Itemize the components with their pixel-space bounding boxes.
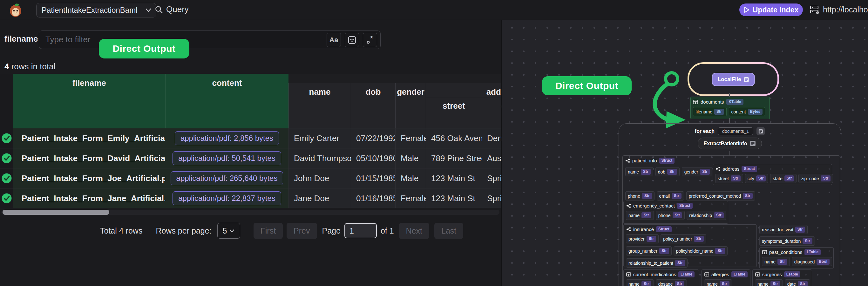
table-icon [693, 99, 698, 104]
address-group: address Struct streetStrcityStrstateStrz… [713, 164, 832, 185]
schema-field-chip[interactable]: diagnosedBool [792, 257, 832, 266]
content-type-chip: application/pdf: 22,837 bytes [173, 191, 281, 205]
page-number-input[interactable] [344, 223, 377, 239]
topbar: PatientIntakeExtractionBaml Query Update… [0, 0, 868, 20]
rows-per-page-select[interactable]: 5 [217, 223, 240, 239]
next-page-button[interactable]: Next [399, 223, 429, 239]
gender-cell: Female [395, 128, 426, 148]
schema-field-chip[interactable]: nameStr [762, 257, 790, 266]
horizontal-scrollbar-thumb[interactable] [3, 210, 109, 215]
schema-field-chip[interactable]: nameStr [626, 279, 654, 286]
pipeline-canvas[interactable]: Direct Output LocalFile documents KTabl [502, 20, 868, 286]
check-icon [1, 173, 12, 184]
first-page-button[interactable]: First [253, 223, 283, 239]
local-file-node[interactable]: LocalFile [712, 73, 755, 86]
schema-field-chip[interactable]: symptoms_durationStr [760, 236, 815, 246]
search-icon [155, 5, 163, 14]
field-label: name [628, 213, 640, 218]
city-cell: Sprin [482, 168, 501, 188]
schema-field-chip[interactable]: relationship_to_patientStr [626, 258, 687, 267]
dob-cell: 05/10/1980 [351, 149, 395, 168]
documents-output-node[interactable]: documents KTable filenameStrcontentBytes [690, 97, 770, 119]
documents-fields: filenameStrcontentBytes [693, 107, 767, 116]
schema-field-chip[interactable]: policy_numberStr [660, 234, 706, 244]
schema-field-chip[interactable]: phoneStr [656, 211, 685, 220]
schema-field-chip[interactable]: genderStr [682, 167, 712, 177]
schema-field-chip[interactable]: relationshipStr [687, 211, 726, 220]
column-header-name[interactable]: name [288, 83, 351, 128]
schema-field-chip[interactable]: streetStr [715, 174, 743, 183]
field-label: email [659, 193, 670, 199]
schema-field-chip[interactable]: dosageStr [656, 279, 687, 286]
schema-field-chip[interactable]: stateStr [770, 174, 797, 183]
name-cell: Emily Carter [288, 128, 351, 148]
column-header-filename[interactable]: filename [13, 74, 165, 128]
table-row[interactable]: Patient_Intake_Form_David_Artificial.pdf… [0, 149, 501, 168]
extract-patient-info-node[interactable]: ExtractPatientInfo [698, 137, 762, 149]
field-label: group_number [628, 249, 657, 254]
schema-field-chip[interactable]: nameStr [704, 279, 732, 286]
row-status-cell [0, 149, 13, 168]
pipeline-selector[interactable]: PatientIntakeExtractionBaml [36, 3, 156, 18]
column-header-content[interactable]: content [165, 74, 288, 128]
street-cell: 789 Pine Street [426, 149, 482, 168]
field-row: providerStrpolicy_numberStr [624, 233, 756, 246]
check-icon [1, 153, 12, 164]
struct-icon [626, 227, 631, 232]
table-row[interactable]: Patient_Intake_From_Jane_Artificial.pdfa… [0, 188, 501, 208]
type-badge: Str [642, 193, 652, 199]
schema-field-chip[interactable]: nameStr [755, 279, 783, 286]
type-badge: Bool [816, 259, 830, 265]
row-status-cell [0, 128, 13, 148]
match-whole-word-icon[interactable] [345, 33, 359, 47]
column-header-city[interactable]: city [482, 97, 501, 128]
field-row: group_numberStrpolicyholder_nameStr [624, 246, 756, 258]
schema-field-chip[interactable]: nameStr [626, 211, 654, 220]
schema-field-chip[interactable]: phoneStr [625, 191, 654, 200]
field-label: gender [684, 169, 698, 174]
for-each-variable-chip[interactable]: documents_1 [718, 127, 753, 135]
for-each-header: for each documents_1 [619, 127, 841, 135]
schema-field-chip[interactable]: policyholder_nameStr [674, 246, 727, 255]
schema-field-chip[interactable]: dobStr [655, 167, 680, 177]
name-cell: John Doe [288, 168, 351, 188]
server-url: http://localhos [810, 4, 868, 14]
pipeline-selector-label: PatientIntakeExtractionBaml [42, 6, 137, 14]
table-row[interactable]: Patient_Intake_Form_Joe_Artificial.pdfap… [0, 168, 501, 188]
type-badge: KTable [726, 99, 743, 105]
content-cell: application/pdf: 265,640 bytes [165, 168, 288, 188]
schema-field-chip[interactable]: zip_codeStr [799, 174, 833, 183]
header-spacer [288, 74, 501, 83]
column-header-street[interactable]: street [426, 97, 482, 128]
update-index-button[interactable]: Update Index [739, 3, 803, 16]
schema-field-chip[interactable]: nameStr [625, 167, 653, 177]
schema-field-chip[interactable]: preferred_contact_methodStr [686, 191, 755, 200]
column-header-address[interactable]: address [426, 83, 501, 97]
page-of-label: of 1 [381, 226, 394, 235]
for-each-doc-button[interactable] [756, 127, 765, 135]
extract-output-group: patient_info Struct nameStrdobStrgenderS… [622, 155, 840, 286]
schema-field-chip[interactable]: dateStr [785, 279, 810, 286]
last-page-button[interactable]: Last [434, 223, 463, 239]
schema-field-chip[interactable]: group_numberStr [626, 246, 672, 255]
prev-page-button[interactable]: Prev [286, 223, 317, 239]
column-header-gender[interactable]: gender [395, 83, 426, 128]
column-header-dob[interactable]: dob [351, 83, 395, 128]
schema-field-chip[interactable]: emailStr [657, 191, 684, 200]
use-regex-icon[interactable]: * [363, 33, 377, 47]
surgeries-group: surgeries LTable nameStrdateStr [752, 269, 812, 286]
type-badge: Str [777, 259, 787, 265]
schema-field-chip[interactable]: providerStr [626, 234, 659, 244]
table-row[interactable]: Patient_Intake_Form_Emily_Artificial.pdf… [0, 128, 501, 149]
table-icon [626, 272, 631, 277]
schema-field-chip[interactable]: cityStr [745, 174, 769, 183]
schema-field-chip[interactable]: contentBytes [729, 107, 765, 116]
schema-field-chip[interactable]: reason_for_visitStr [760, 225, 808, 234]
direct-output-annotation: Direct Output [99, 39, 189, 59]
query-menu-item[interactable]: Query [155, 4, 189, 14]
schema-field-chip[interactable]: filenameStr [693, 107, 726, 116]
patient-info-fields-row1: nameStrdobStrgenderStr [625, 167, 712, 177]
match-case-icon[interactable]: Aa [327, 33, 341, 47]
field-label: policy_number [663, 236, 692, 242]
svg-text:*: * [370, 36, 373, 42]
